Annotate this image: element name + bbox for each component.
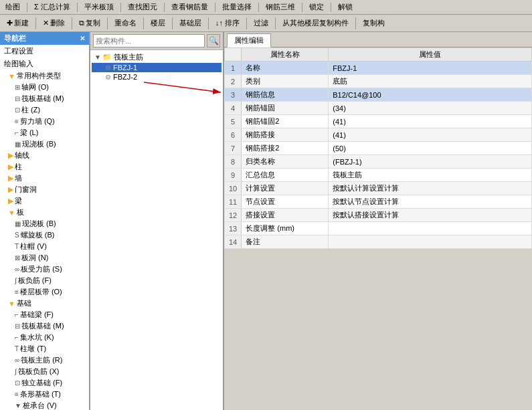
main-layout: 导航栏 ✕ 工程设置 绘图输入 ▼ 常用构件类型 ⊞ 轴网 (O) ⊟ 筏板基础… — [0, 32, 532, 410]
nav-item-column[interactable]: ⊡ 柱 (Z) — [0, 104, 89, 116]
prop-value-cell[interactable] — [329, 222, 532, 235]
table-row[interactable]: 8归类名称(FBZJ-1) — [225, 155, 532, 169]
nav-category-column2[interactable]: ▶ 柱 — [0, 161, 89, 173]
table-row[interactable]: 14备注 — [225, 235, 532, 249]
prop-value-cell[interactable]: 底筋 — [329, 75, 532, 88]
nav-category-plate[interactable]: ▼ 板 — [0, 207, 89, 218]
nav-close-btn[interactable]: ✕ — [80, 35, 85, 42]
nav-tree: 工程设置 绘图输入 ▼ 常用构件类型 ⊞ 轴网 (O) ⊟ 筏板基础 (M) ⊡… — [0, 45, 89, 410]
btn-rename[interactable]: 重命名 — [110, 17, 141, 29]
nav-item-floor-band[interactable]: ≡ 楼层板带 (O) — [0, 286, 89, 298]
toolbar-unlock[interactable]: 解锁 — [335, 1, 355, 13]
nav-category-door[interactable]: ▶ 门窗洞 — [0, 184, 89, 195]
btn-base-floor[interactable]: 基础层 — [175, 17, 205, 29]
prop-name-cell: 钢筋搭接2 — [242, 142, 329, 155]
nav-item-raft[interactable]: ⊟ 筏板基础 (M) — [0, 93, 89, 104]
nav-category-axis[interactable]: ▶ 轴线 — [0, 150, 89, 161]
table-row[interactable]: 10计算设置按默认计算设置计算 — [225, 182, 532, 195]
btn-new[interactable]: ✚ 新建 — [3, 17, 33, 29]
nav-item-raft-main-rebar[interactable]: ∞ 筏板主筋 (R) — [0, 354, 89, 366]
nav-item-strip-found[interactable]: ≡ 条形基础 (T) — [0, 389, 89, 400]
prop-value-cell[interactable]: (41) — [329, 128, 532, 142]
nav-item-isolated-found[interactable]: ⊡ 独立基础 (F) — [0, 377, 89, 389]
nav-item-spiral-slab[interactable]: S 螺旋板 (B) — [0, 229, 89, 241]
row-num-cell: 14 — [225, 235, 242, 249]
btn-filter[interactable]: 过滤 — [250, 17, 272, 29]
prop-value-cell[interactable]: (41) — [329, 115, 532, 128]
nav-category-foundation[interactable]: ▼ 基础 — [0, 298, 89, 309]
table-row[interactable]: 4钢筋锚固(34) — [225, 102, 532, 115]
nav-section-project[interactable]: 工程设置 — [0, 45, 89, 58]
table-row[interactable]: 13长度调整 (mm) — [225, 222, 532, 235]
prop-value-cell[interactable]: (FBZJ-1) — [329, 155, 532, 169]
tree-root-node[interactable]: ▼ 📁 筏板主筋 — [92, 52, 221, 63]
prop-name-cell: 汇总信息 — [242, 169, 329, 182]
toolbar-drawing[interactable]: 绘图 — [3, 1, 23, 13]
prop-value-cell[interactable]: 按默认搭接设置计算 — [329, 209, 532, 222]
tree-node-fbzj2[interactable]: ⚙ FBZJ-2 — [92, 72, 221, 82]
btn-floor[interactable]: 楼层 — [147, 17, 169, 29]
nav-item-pile-cap[interactable]: ▼ 桩承台 (V) — [0, 400, 89, 410]
table-row[interactable]: 5钢筋锚固2(41) — [225, 115, 532, 128]
toolbar-flat-top[interactable]: 平米板顶 — [82, 1, 116, 13]
btn-copy-component[interactable]: 复制构 — [359, 17, 389, 29]
tb2-sep8 — [275, 17, 276, 29]
comp-icon-1: ⚙ — [105, 64, 111, 72]
nav-item-column-pier[interactable]: T 柱墩 (T) — [0, 343, 89, 354]
tree-node-fbzj1[interactable]: ⚙ FBZJ-1 — [92, 63, 221, 72]
second-toolbar: ✚ 新建 ✕ 删除 ⧉ 复制 重命名 楼层 基础层 ↓↑ 排序 过滤 从其他楼层… — [0, 15, 532, 32]
nav-item-axis[interactable]: ⊞ 轴网 (O) — [0, 82, 89, 93]
table-row[interactable]: 6钢筋搭接(41) — [225, 128, 532, 142]
nav-item-sump[interactable]: ⌐ 集水坑 (K) — [0, 332, 89, 343]
nav-item-slab-hole[interactable]: ⊠ 板洞 (N) — [0, 252, 89, 264]
nav-item-cast-slab[interactable]: ▦ 现浇板 (B) — [0, 218, 89, 229]
nav-section-drawing[interactable]: 绘图输入 — [0, 58, 89, 70]
nav-category-wall[interactable]: ▶ 墙 — [0, 173, 89, 184]
nav-item-slab[interactable]: ▦ 现浇板 (B) — [0, 138, 89, 150]
prop-value-cell[interactable]: (34) — [329, 102, 532, 115]
nav-item-found-beam[interactable]: ⌐ 基础梁 (F) — [0, 309, 89, 320]
btn-sort[interactable]: ↓↑ 排序 — [211, 17, 244, 29]
toolbar-calc[interactable]: Σ 汇总计算 — [31, 1, 73, 13]
nav-item-slab-rebar[interactable]: ∞ 板受力筋 (S) — [0, 264, 89, 275]
table-row[interactable]: 11节点设置按默认节点设置计算 — [225, 195, 532, 209]
search-button[interactable]: 🔍 — [207, 34, 220, 47]
toolbar-lock[interactable]: 锁定 — [306, 1, 327, 13]
nav-item-neg-rebar[interactable]: ∫ 板负筋 (F) — [0, 275, 89, 286]
search-input[interactable] — [93, 34, 205, 47]
tree-root-label: 筏板主筋 — [114, 52, 143, 62]
table-row[interactable]: 1名称FBZJ-1 — [225, 62, 532, 75]
prop-name-cell: 长度调整 (mm) — [242, 222, 329, 235]
nav-category-beam2[interactable]: ▶ 梁 — [0, 195, 89, 207]
prop-value-cell[interactable]: (50) — [329, 142, 532, 155]
btn-copy-from-other[interactable]: 从其他楼层复制构件 — [278, 17, 353, 29]
prop-value-cell[interactable]: FBZJ-1 — [329, 62, 532, 75]
table-row[interactable]: 12搭接设置按默认搭接设置计算 — [225, 209, 532, 222]
table-row[interactable]: 7钢筋搭接2(50) — [225, 142, 532, 155]
table-row[interactable]: 3钢筋信息B12/C14@100 — [225, 88, 532, 102]
nav-item-beam[interactable]: ⌐ 梁 (L) — [0, 127, 89, 138]
toolbar-batch-select[interactable]: 批量选择 — [219, 1, 254, 13]
toolbar-rebar[interactable]: 查看钢筋量 — [169, 1, 211, 13]
table-row[interactable]: 9汇总信息筏板主筋 — [225, 169, 532, 182]
tb2-sep3 — [107, 17, 108, 29]
row-num-cell: 6 — [225, 128, 242, 142]
slab-hole-icon: ⊠ — [15, 254, 20, 262]
btn-copy[interactable]: ⧉ 复制 — [75, 17, 104, 29]
nav-category-common[interactable]: ▼ 常用构件类型 — [0, 70, 89, 82]
nav-item-cap[interactable]: T 柱帽 (V) — [0, 241, 89, 252]
nav-item-raft-found[interactable]: ⊟ 筏板基础 (M) — [0, 320, 89, 332]
prop-value-cell[interactable]: 按默认计算设置计算 — [329, 182, 532, 195]
prop-name-cell: 搭接设置 — [242, 209, 329, 222]
prop-value-cell[interactable]: 按默认节点设置计算 — [329, 195, 532, 209]
btn-delete[interactable]: ✕ 删除 — [39, 17, 69, 29]
tab-property-edit[interactable]: 属性编辑 — [227, 33, 271, 47]
nav-item-raft-neg-rebar[interactable]: ∫ 筏板负筋 (X) — [0, 366, 89, 377]
prop-value-cell[interactable] — [329, 235, 532, 249]
table-row[interactable]: 2类别底筋 — [225, 75, 532, 88]
nav-item-shear-wall[interactable]: ≡ 剪力墙 (Q) — [0, 116, 89, 127]
toolbar-rebar-3d[interactable]: 钢筋三维 — [263, 1, 298, 13]
toolbar-find[interactable]: 查找图元 — [125, 1, 160, 13]
prop-value-cell[interactable]: B12/C14@100 — [329, 88, 532, 102]
prop-value-cell[interactable]: 筏板主筋 — [329, 169, 532, 182]
